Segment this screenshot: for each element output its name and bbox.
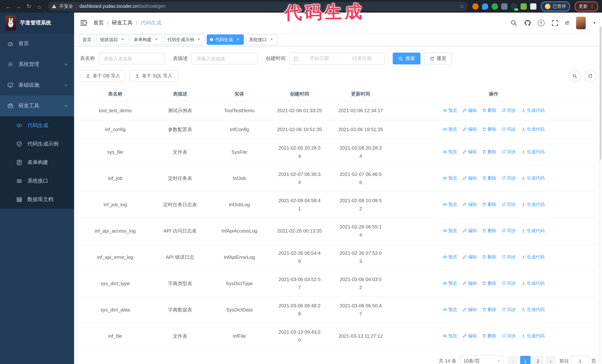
generate-action-link[interactable]: 生成代码: [521, 279, 545, 287]
tab-代码生成示例[interactable]: 代码生成示例×: [164, 34, 205, 45]
delete-action-link[interactable]: 删除: [482, 148, 496, 156]
breadcrumb-home[interactable]: 首页: [93, 20, 104, 26]
sync-action-link[interactable]: 同步: [502, 174, 516, 182]
extension-blue-drop-icon[interactable]: [482, 3, 488, 10]
extension-green-bot-icon[interactable]: [520, 3, 527, 10]
sidebar-subitem-系统接口[interactable]: 系统接口: [0, 172, 74, 190]
edit-action-link[interactable]: 编辑: [462, 305, 477, 314]
preview-action-link[interactable]: 预览: [443, 106, 457, 114]
tab-close-icon[interactable]: ×: [269, 37, 274, 42]
delete-action-link[interactable]: 删除: [482, 227, 496, 235]
delete-action-link[interactable]: 删除: [482, 279, 496, 287]
sync-action-link[interactable]: 同步: [502, 227, 516, 235]
sidebar-subitem-数据库文档[interactable]: 数据库文档: [0, 190, 74, 209]
edit-action-link[interactable]: 编辑: [462, 279, 477, 287]
import-sql-button[interactable]: 基于 SQL 导入: [129, 70, 178, 82]
generate-action-link[interactable]: 生成代码: [521, 174, 545, 182]
refresh-button[interactable]: [584, 70, 596, 82]
generate-action-link[interactable]: 生成代码: [521, 332, 545, 340]
edit-action-link[interactable]: 编辑: [462, 253, 477, 261]
preview-action-link[interactable]: 预览: [443, 227, 457, 235]
extension-orange-icon[interactable]: [472, 3, 479, 10]
toggle-search-button[interactable]: [569, 70, 580, 82]
chrome-update-button[interactable]: 更新 ⋮: [575, 1, 598, 11]
profile-paused-badge[interactable]: 已暂停: [541, 1, 570, 11]
preview-action-link[interactable]: 预览: [443, 125, 457, 133]
sync-action-link[interactable]: 同步: [502, 200, 516, 208]
delete-action-link[interactable]: 删除: [482, 106, 496, 114]
sidebar-subitem-代码生成示例[interactable]: 代码生成示例: [0, 135, 74, 153]
home-icon[interactable]: ⌂: [35, 2, 44, 11]
preview-action-link[interactable]: 预览: [443, 253, 457, 261]
goto-page-input[interactable]: [571, 355, 589, 364]
preview-action-link[interactable]: 预览: [443, 305, 457, 314]
delete-action-link[interactable]: 删除: [482, 305, 496, 314]
preview-action-link[interactable]: 预览: [443, 332, 457, 340]
search-button[interactable]: 搜索: [393, 52, 420, 64]
generate-action-link[interactable]: 生成代码: [521, 227, 545, 235]
breadcrumb-tools[interactable]: 研发工具: [112, 20, 133, 26]
preview-action-link[interactable]: 预览: [443, 174, 457, 182]
edit-action-link[interactable]: 编辑: [462, 125, 477, 133]
generate-action-link[interactable]: 生成代码: [521, 200, 545, 208]
edit-action-link[interactable]: 编辑: [462, 174, 477, 182]
preview-action-link[interactable]: 预览: [443, 148, 457, 156]
app-logo[interactable]: 芋道管理系统: [0, 13, 74, 33]
font-size-icon[interactable]: tT: [565, 20, 569, 26]
generate-action-link[interactable]: 生成代码: [521, 305, 545, 314]
edit-action-link[interactable]: 编辑: [462, 106, 477, 114]
import-db-button[interactable]: 基于 DB 导入: [80, 70, 126, 82]
reload-icon[interactable]: ↻: [24, 2, 33, 11]
tab-close-icon[interactable]: ×: [154, 37, 159, 42]
page-button-1[interactable]: 1: [520, 356, 530, 364]
extension-green-check-icon[interactable]: [492, 3, 498, 10]
tab-close-icon[interactable]: ×: [235, 37, 240, 42]
generate-action-link[interactable]: 生成代码: [521, 106, 545, 114]
tab-close-icon[interactable]: ×: [120, 37, 125, 42]
edit-action-link[interactable]: 编辑: [462, 332, 477, 340]
tab-代码生成[interactable]: 代码生成×: [207, 34, 244, 45]
next-page-button[interactable]: ›: [545, 356, 556, 364]
sync-action-link[interactable]: 同步: [502, 332, 516, 340]
reset-button[interactable]: 重置: [424, 52, 452, 64]
sidebar-item-系统管理[interactable]: 系统管理: [0, 54, 74, 75]
sidebar-item-研发工具[interactable]: 研发工具: [0, 95, 74, 116]
address-bar[interactable]: 不安全 dashboard.yudao.iocoder.cn/tool/code…: [48, 2, 468, 11]
browser-menu-icon[interactable]: ⋮: [590, 4, 594, 9]
generate-action-link[interactable]: 生成代码: [521, 125, 545, 133]
user-avatar[interactable]: [576, 17, 586, 29]
sync-action-link[interactable]: 同步: [502, 106, 516, 114]
sidebar-toggle-icon[interactable]: [80, 19, 87, 27]
tab-首页[interactable]: 首页: [79, 34, 95, 45]
prev-page-button[interactable]: ‹: [507, 356, 518, 364]
preview-action-link[interactable]: 预览: [443, 200, 457, 208]
delete-action-link[interactable]: 删除: [482, 174, 496, 182]
table-desc-input[interactable]: [192, 52, 258, 64]
page-scrollbar[interactable]: [599, 25, 602, 364]
sync-action-link[interactable]: 同步: [502, 148, 516, 156]
tab-close-icon[interactable]: ×: [196, 37, 202, 42]
generate-action-link[interactable]: 生成代码: [521, 148, 545, 156]
page-size-select[interactable]: 10条/页 ▼: [460, 355, 504, 364]
sidebar-subitem-代码生成[interactable]: 代码生成: [0, 116, 74, 135]
table-name-input[interactable]: [99, 52, 165, 64]
extension-onbox-icon[interactable]: on: [511, 3, 517, 10]
help-icon[interactable]: ?: [538, 20, 545, 26]
edit-action-link[interactable]: 编辑: [462, 148, 477, 156]
search-icon[interactable]: [510, 20, 517, 26]
edit-action-link[interactable]: 编辑: [462, 227, 477, 235]
delete-action-link[interactable]: 删除: [482, 200, 496, 208]
edit-action-link[interactable]: 编辑: [462, 200, 477, 208]
sync-action-link[interactable]: 同步: [502, 125, 516, 133]
tab-表单构建[interactable]: 表单构建×: [130, 34, 162, 45]
generate-action-link[interactable]: 生成代码: [521, 253, 545, 261]
github-icon[interactable]: [524, 20, 531, 26]
extension-grid-icon[interactable]: [501, 3, 507, 10]
sync-action-link[interactable]: 同步: [502, 279, 516, 287]
sidebar-item-首页[interactable]: 首页: [0, 33, 74, 54]
sidebar-subitem-表单构建[interactable]: 表单构建: [0, 153, 74, 172]
extension-puzzle-icon[interactable]: [530, 3, 537, 10]
sync-action-link[interactable]: 同步: [502, 253, 516, 261]
scrollbar-thumb[interactable]: [600, 26, 601, 160]
tab-链路追踪[interactable]: 链路追踪×: [97, 34, 129, 45]
